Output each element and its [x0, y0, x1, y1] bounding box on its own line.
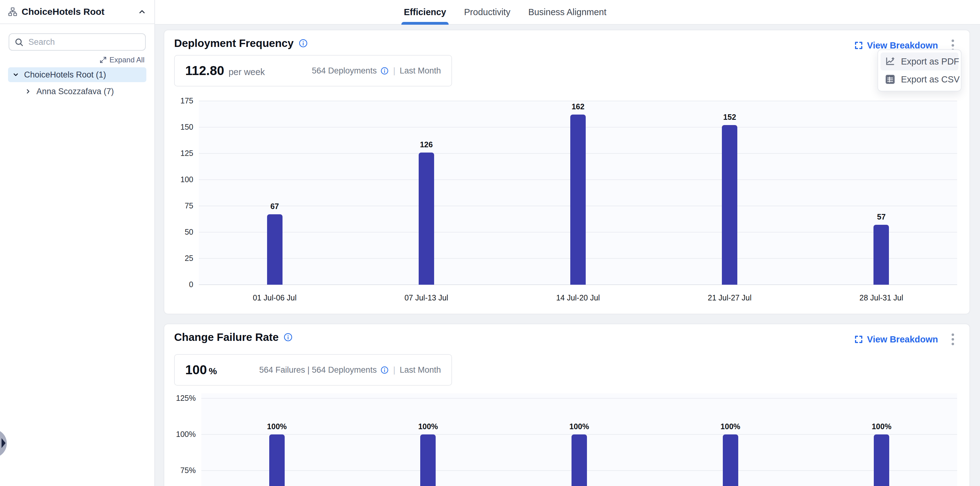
tree-item-label: Anna Scozzafava (7) — [37, 87, 114, 96]
stat-period: Last Month — [399, 365, 441, 375]
bar[interactable] — [269, 435, 285, 486]
bar[interactable] — [420, 435, 436, 486]
tab-label: Efficiency — [404, 7, 446, 17]
y-axis-tick-label: 0 — [174, 280, 193, 289]
y-axis-tick-label: 25 — [174, 254, 193, 263]
bar-value-label: 152 — [723, 113, 736, 122]
y-axis-tick-label: 75% — [174, 466, 196, 475]
info-icon[interactable] — [380, 366, 389, 374]
separator: | — [393, 66, 396, 76]
x-axis-label: 28 Jul-31 Jul — [859, 293, 904, 302]
sidebar-search — [9, 33, 146, 51]
bar-value-label: 57 — [877, 212, 886, 221]
tree-item-choicehotels-root[interactable]: ChoiceHotels Root (1) — [8, 67, 146, 82]
stat-summary-box: 100 % 564 Failures | 564 Deployments | L… — [174, 354, 452, 386]
info-icon[interactable] — [283, 333, 293, 342]
bar[interactable] — [723, 435, 738, 486]
stat-summary-box: 112.80 per week 564 Deployments | Last M… — [174, 55, 452, 86]
stat-meta-text: 564 Deployments — [312, 66, 377, 76]
y-axis-tick-label: 75 — [174, 201, 193, 210]
expand-all-button[interactable]: Expand All — [0, 56, 145, 64]
bar-value-label: 162 — [571, 102, 584, 111]
stat-period: Last Month — [399, 66, 441, 76]
info-icon[interactable] — [299, 38, 308, 48]
expand-diagonal-arrows-icon — [99, 56, 107, 64]
change-failure-rate-card: Change Failure Rate — [164, 323, 970, 486]
expand-all-label: Expand All — [110, 56, 145, 64]
bar[interactable] — [571, 435, 587, 486]
bar[interactable] — [570, 115, 586, 285]
main-area: Efficiency Productivity Business Alignme… — [155, 0, 980, 486]
y-axis-tick-label: 125% — [174, 394, 196, 403]
sidebar-toggle-handle[interactable] — [0, 429, 7, 458]
kebab-menu-icon[interactable] — [948, 331, 957, 347]
stat-meta-text: 564 Failures | 564 Deployments — [259, 365, 377, 375]
tabs: Efficiency Productivity Business Alignme… — [401, 0, 609, 24]
bar[interactable] — [873, 225, 889, 285]
stat-unit: per week — [229, 67, 265, 77]
deployment-frequency-chart: 6712616215257025507510012515017501 Jul-0… — [174, 101, 957, 303]
bar-value-label: 100% — [570, 422, 589, 431]
bar-value-label: 100% — [872, 422, 891, 431]
info-icon[interactable] — [380, 67, 389, 75]
export-dropdown-menu: Export as PDF Export as CSV — [878, 49, 961, 91]
fullscreen-corners-icon — [854, 335, 863, 344]
tab-business-alignment[interactable]: Business Alignment — [526, 0, 609, 24]
y-axis-tick-label: 100 — [174, 175, 193, 184]
x-axis-label: 07 Jul-13 Jul — [404, 293, 448, 302]
stat-value: 112.80 — [185, 63, 224, 78]
chevron-down-icon[interactable] — [12, 71, 19, 78]
y-axis-tick-label: 175 — [174, 96, 193, 105]
separator: | — [393, 365, 396, 375]
chevron-right-icon[interactable] — [25, 88, 32, 95]
metrics-content: Deployment Frequency — [155, 25, 980, 486]
org-tree: ChoiceHotels Root (1) Anna Scozzafava (7… — [8, 67, 146, 99]
view-breakdown-button[interactable]: View Breakdown — [854, 335, 938, 344]
tab-label: Productivity — [464, 7, 511, 17]
view-breakdown-button[interactable]: View Breakdown — [854, 40, 938, 51]
dashboard-page: ChoiceHotels Root Expand — [0, 0, 980, 486]
org-hierarchy-icon — [8, 7, 17, 16]
menu-item-export-pdf[interactable]: Export as PDF — [881, 53, 958, 70]
top-tab-bar: Efficiency Productivity Business Alignme… — [155, 0, 980, 25]
view-breakdown-label: View Breakdown — [867, 40, 938, 51]
menu-item-export-csv[interactable]: Export as CSV — [881, 70, 958, 88]
bar-value-label: 100% — [267, 422, 287, 431]
card-title: Deployment Frequency — [174, 37, 294, 49]
bar[interactable] — [874, 435, 889, 486]
tree-item-anna-scozzafava[interactable]: Anna Scozzafava (7) — [21, 84, 146, 99]
change-failure-rate-chart: 100%100%100%100%100%75%100%125% — [174, 394, 957, 486]
tab-efficiency[interactable]: Efficiency — [401, 0, 449, 24]
sidebar-collapse-chevron-up-icon[interactable] — [138, 7, 146, 16]
y-axis-tick-label: 125 — [174, 149, 193, 158]
search-input[interactable] — [9, 33, 146, 51]
y-axis-tick-label: 100% — [174, 430, 196, 439]
x-axis-label: 01 Jul-06 Jul — [253, 293, 297, 302]
menu-item-label: Export as CSV — [901, 75, 959, 84]
sidebar-title: ChoiceHotels Root — [22, 6, 134, 17]
fullscreen-corners-icon — [854, 41, 863, 50]
deployment-frequency-card: Deployment Frequency — [164, 30, 970, 314]
bar-value-label: 100% — [721, 422, 740, 431]
menu-item-label: Export as PDF — [901, 56, 959, 67]
plot-area: 6712616215257 — [199, 101, 957, 285]
tab-productivity[interactable]: Productivity — [461, 0, 513, 24]
bar-value-label: 126 — [420, 140, 433, 149]
table-icon — [885, 74, 896, 84]
play-right-triangle-icon — [2, 438, 6, 448]
gridline — [201, 398, 957, 398]
stat-unit: % — [209, 366, 217, 376]
sidebar-header: ChoiceHotels Root — [0, 0, 154, 24]
card-title: Change Failure Rate — [174, 331, 278, 343]
bar[interactable] — [267, 214, 283, 285]
x-axis-label: 21 Jul-27 Jul — [708, 293, 751, 302]
gridline — [199, 100, 957, 101]
search-icon — [14, 37, 24, 47]
bar[interactable] — [722, 125, 737, 285]
bar[interactable] — [419, 153, 434, 285]
y-axis-tick-label: 50 — [174, 228, 193, 236]
plot-area: 100%100%100%100%100% — [201, 394, 957, 486]
tree-item-label: ChoiceHotels Root (1) — [24, 70, 106, 80]
tab-label: Business Alignment — [528, 7, 606, 17]
y-axis-tick-label: 150 — [174, 123, 193, 132]
